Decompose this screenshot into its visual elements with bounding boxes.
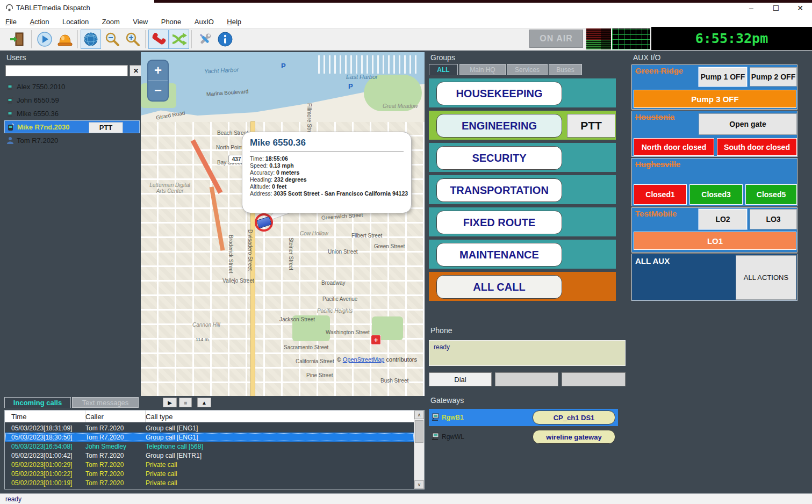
call-row[interactable]: 05/03/2023[18:31:09]Tom R7.2020Group cal… [5,423,414,433]
user-list-item[interactable]: John 6550.59 [4,93,140,106]
menu-item-help[interactable]: Help [221,16,247,27]
groups-header: Groups [427,52,629,62]
play-button[interactable] [34,30,55,49]
tab-main-hq[interactable]: Main HQ [459,64,506,75]
radio-icon [6,110,14,118]
map-label: Great Meadow [383,103,418,109]
map-label: Broadway [321,280,345,286]
group-call-button[interactable]: SECURITY [436,146,562,170]
scroll-up-arrow[interactable]: ∧ [414,411,424,419]
scroll-down-arrow[interactable]: ∨ [414,480,424,489]
scrollbar[interactable]: ∧ ∨ [414,411,424,489]
user-ptt-button[interactable]: PTT [89,122,123,133]
aux-button-alarm[interactable]: North door closed [634,138,714,156]
gateway-button[interactable]: CP_ch1 DS1 [533,411,615,424]
aux-button[interactable]: LO2 [699,209,747,229]
tab-buses[interactable]: Buses [549,64,582,75]
user-search-input[interactable] [5,65,128,76]
group-call-button[interactable]: TRANSPORTATION [436,178,562,202]
group-call-button[interactable]: FIXED ROUTE [436,211,562,234]
window-title: TABLETmedia Dispatch [16,4,90,12]
phone-toggle-button[interactable] [148,30,169,49]
call-row[interactable]: 05/03/2023[16:54:08]John SmedleyTelephon… [5,442,414,451]
group-call-button[interactable]: ENGINEERING [436,114,562,138]
settings-button[interactable] [195,30,215,49]
aux-button-wide[interactable]: Pump 3 OFF [634,90,796,108]
phone-header: Phone [427,325,629,335]
info-icon [217,31,233,47]
scrollbar-thumb[interactable] [415,420,423,443]
map-zoom-in-button[interactable]: + [148,61,168,81]
zoom-out-button[interactable] [102,30,123,49]
call-row[interactable]: 05/02/2023[01:00:19]Tom R7.2020Private c… [5,478,414,487]
popup-field-value: 232 degrees [274,176,307,183]
popup-field-label: Address: [250,190,272,197]
user-list-item[interactable]: Mike 6550.36 [4,107,140,120]
phone-blank-button[interactable] [495,372,558,386]
popup-field-value: 18:55:06 [265,155,288,162]
all-actions-button[interactable]: ALL ACTIONS [736,255,796,300]
toolbar-separator [145,30,146,48]
aux-button-ok[interactable]: Closed5 [745,184,797,205]
users-panel: Users ✕ Alex 7550.2010 John 6550.59 Mike… [4,52,140,396]
menu-item-action[interactable]: Action [24,16,54,27]
phone-blank-button[interactable] [562,372,626,386]
menu-item-zoom[interactable]: Zoom [97,16,125,27]
aux-button-ok[interactable]: Closed3 [689,184,743,205]
all-call-button[interactable]: ALL CALL [436,275,562,299]
map-canvas[interactable]: Yacht Harbor East Harbor P P Marina Boul… [141,52,425,396]
aux-header: AUX I/O [630,52,812,62]
aux-section-all-aux: ALL AUX ALL ACTIONS [631,254,797,301]
call-row[interactable]: 05/02/2023[01:00:42]Tom R7.2020Group cal… [5,451,414,460]
map-label: Divisadero Street [247,229,253,271]
user-list-item[interactable]: Tom R7.2020 [4,134,140,147]
map-label: Steiner Street [288,237,294,270]
aux-button[interactable]: LO3 [750,209,797,229]
aux-button[interactable]: Pump 2 OFF [750,67,797,87]
gateway-row[interactable]: RgwWL wireline gateway [429,428,618,445]
alert-siren-button[interactable] [55,30,75,49]
map-label: East Harbor [346,74,378,80]
group-call-button[interactable]: MAINTENANCE [436,243,562,267]
user-list-item-selected[interactable]: Mike R7nd.2030 PTT [4,120,140,133]
call-row-selected[interactable]: 05/03/2023[18:30:50]Tom R7.2020Group cal… [5,433,414,442]
dial-button[interactable]: Dial [429,372,492,386]
aux-button-alarm[interactable]: Closed1 [634,184,687,205]
info-button[interactable] [215,30,235,49]
aux-button-alarm[interactable]: South door closed [717,138,797,156]
map-label: Washington Street [326,329,370,335]
call-row[interactable]: 05/02/2023[01:00:22]Tom R7.2020Private c… [5,469,414,478]
map-label: Cow Hollow [300,231,328,236]
user-name: Mike 6550.36 [17,110,59,118]
zoom-in-button[interactable] [123,30,143,49]
map-toggle-button[interactable] [81,30,101,49]
patch-toggle-button[interactable] [169,30,189,49]
exit-button[interactable] [8,30,28,49]
menu-item-view[interactable]: View [127,16,153,27]
openstreetmap-link[interactable]: OpenStreetMap [343,356,385,363]
tab-text-messages[interactable]: Text messages [72,397,139,408]
group-call-button[interactable]: HOUSEKEEPING [436,82,562,105]
map-zoom-out-button[interactable]: − [148,81,168,100]
aux-site-label: Hughesville [635,160,680,169]
call-row[interactable]: 05/02/2023[01:00:29]Tom R7.2020Private c… [5,460,414,469]
aux-button[interactable]: Open gate [699,113,797,135]
menu-item-auxio[interactable]: AuxIO [189,16,219,27]
menu-item-file[interactable]: File [0,16,22,27]
menu-item-phone[interactable]: Phone [156,16,187,27]
aux-button[interactable]: Pump 1 OFF [699,67,747,87]
scroll-top-button[interactable]: ▲ [197,398,211,407]
user-name: Alex 7550.2010 [17,83,65,91]
gateway-row-selected[interactable]: RgwB1 CP_ch1 DS1 [429,409,618,426]
play-recording-button[interactable]: ▶ [163,398,177,407]
menu-item-location[interactable]: Location [57,16,94,27]
group-ptt-button[interactable]: PTT [567,114,615,138]
user-list-item[interactable]: Alex 7550.2010 [4,80,140,93]
tab-services[interactable]: Services [507,64,548,75]
gateway-button[interactable]: wireline gateway [533,430,615,444]
tab-incoming-calls[interactable]: Incoming calls [4,397,71,408]
aux-button-wide[interactable]: LO1 [634,232,796,250]
tab-all[interactable]: ALL [429,64,458,75]
stop-recording-button[interactable]: ■ [179,398,192,407]
magnifier-minus-icon [104,31,120,47]
